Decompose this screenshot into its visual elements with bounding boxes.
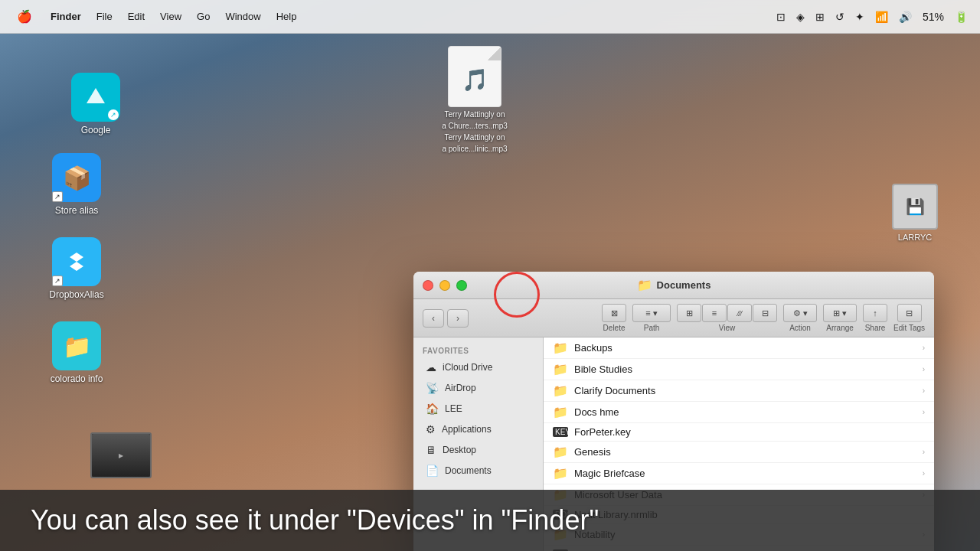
sidebar-item-desktop[interactable]: 🖥 Desktop	[416, 440, 540, 460]
music-file-1[interactable]: 🎵 Terry Mattingly on a Chure...ters..mp3…	[436, 46, 513, 153]
applications-icon: ⚙	[426, 423, 436, 435]
file-arrow: ›	[923, 344, 925, 352]
airdrop-icon: 📡	[426, 382, 439, 394]
apple-menu[interactable]: 🍎	[9, 6, 40, 27]
folder-icon: 📁	[553, 445, 568, 459]
wifi-icon: 📶	[872, 9, 891, 24]
folder-icon: 📁	[553, 466, 568, 481]
view-col-btn[interactable]: ⫻	[727, 304, 752, 322]
thumbnail-icon[interactable]: ▶	[90, 432, 152, 478]
favorites-label: Favorites	[413, 344, 543, 357]
sidebar-documents-label: Documents	[445, 465, 492, 476]
toolbar-section-path: ≡ ▾ Path	[632, 304, 671, 332]
file-row[interactable]: 📁Docs hme›	[544, 402, 934, 423]
arrange-btn[interactable]: ⊞ ▾	[823, 304, 857, 322]
desktop-icon-google[interactable]: ↗ Google	[61, 73, 130, 135]
music-file-icon-1: 🎵	[448, 46, 501, 107]
toolbar-section-view: ⊞ ≡ ⫻ ⊟ View	[677, 304, 777, 332]
menu-finder[interactable]: Finder	[43, 8, 89, 25]
file-row[interactable]: 📁Genesis›	[544, 442, 934, 463]
sidebar-item-applications[interactable]: ⚙ Applications	[416, 419, 540, 439]
store-icon: 📦 ↗	[52, 153, 101, 202]
minimize-button[interactable]	[439, 280, 450, 291]
close-button[interactable]	[423, 280, 433, 291]
colorado-icon: 📁	[52, 321, 101, 370]
desktop-icon-colorado[interactable]: 📁 colorado info	[42, 321, 111, 384]
finder-titlebar: 📁 Documents	[413, 272, 934, 299]
action-btn[interactable]: ⚙ ▾	[783, 304, 817, 322]
dropbox-label: DropboxAlias	[49, 289, 103, 300]
file-row[interactable]: 📁Magic Briefcase›	[544, 463, 934, 484]
sidebar-item-icloud[interactable]: ☁ iCloud Drive	[416, 357, 540, 377]
back-btn[interactable]: ‹	[423, 309, 444, 328]
sidebar-lee-label: LEE	[445, 403, 462, 414]
desktop-icon-dropbox[interactable]: ↗ DropboxAlias	[42, 237, 111, 300]
sidebar-item-airdrop[interactable]: 📡 AirDrop	[416, 378, 540, 398]
file-name: Genesis	[574, 446, 916, 458]
share-btn[interactable]: ↑	[863, 304, 887, 322]
menu-file[interactable]: File	[89, 8, 120, 25]
folder-icon: 📁	[553, 383, 568, 398]
music-label-1: Terry Mattingly on	[445, 110, 505, 119]
delete-label: Delete	[603, 324, 626, 332]
sidebar-desktop-label: Desktop	[443, 445, 476, 455]
colorado-label: colorado info	[51, 373, 103, 384]
arrange-label: Arrange	[826, 324, 854, 332]
volume-icon: 🔊	[896, 9, 915, 24]
window-title-text: Documents	[657, 279, 711, 291]
file-arrow: ›	[923, 365, 925, 373]
bluetooth-icon: ✦	[852, 9, 867, 24]
delete-btn[interactable]: ⊠	[602, 304, 626, 322]
finder-toolbar: ‹ › ⊠ Delete ≡ ▾ Path ⊞ ≡ ⫻ ⊟	[413, 299, 934, 337]
forward-btn[interactable]: ›	[447, 309, 469, 328]
menu-view[interactable]: View	[152, 8, 189, 25]
sidebar-item-lee[interactable]: 🏠 LEE	[416, 399, 540, 419]
larry-label: LARRYC	[898, 233, 932, 242]
larry-drive-box: 💾	[892, 184, 938, 230]
toolbar-section-share: ↑ Share	[863, 304, 887, 332]
toolbar-nav: ‹ ›	[423, 309, 469, 328]
file-arrow: ›	[923, 469, 925, 478]
sidebar-icloud-label: iCloud Drive	[443, 362, 492, 373]
screen-icon: ⊡	[773, 9, 789, 24]
lee-icon: 🏠	[426, 403, 439, 415]
folder-icon: 📁	[553, 405, 568, 419]
sidebar-item-documents[interactable]: 📄 Documents	[416, 461, 540, 481]
maximize-button[interactable]	[456, 280, 467, 291]
sidebar-applications-label: Applications	[442, 424, 492, 435]
action-label: Action	[789, 324, 811, 332]
larry-drive-icon[interactable]: 💾 LARRYC	[892, 184, 938, 242]
music-label-4: a police...linic..mp3	[442, 145, 507, 153]
menu-go[interactable]: Go	[189, 8, 217, 25]
menu-window[interactable]: Window	[217, 8, 268, 25]
subtitle-text: You can also see it under "Devices" in "…	[31, 504, 599, 536]
edit-tags-btn[interactable]: ⊟	[897, 304, 922, 322]
view-cover-btn[interactable]: ⊟	[753, 304, 777, 322]
window-title: 📁 Documents	[637, 278, 711, 292]
path-label: Path	[644, 324, 660, 332]
desktop-icon-store[interactable]: 📦 ↗ Store alias	[42, 153, 111, 216]
google-icon: ↗	[71, 73, 120, 122]
file-row[interactable]: 📁Bible Studies›	[544, 359, 934, 380]
desktop-icon-sidebar: 🖥	[426, 444, 436, 456]
toolbar-section-arrange: ⊞ ▾ Arrange	[823, 304, 857, 332]
file-row[interactable]: KEYForPeter.key	[544, 423, 934, 442]
file-row[interactable]: 📁Backups›	[544, 337, 934, 359]
file-row[interactable]: 📁Clarify Documents›	[544, 380, 934, 402]
toolbar-section-edit-tags: ⊟ Edit Tags	[893, 304, 925, 332]
sidebar-airdrop-label: AirDrop	[445, 383, 476, 393]
folder-icon: 📁	[553, 362, 568, 377]
file-arrow: ›	[923, 386, 925, 395]
menu-help[interactable]: Help	[269, 8, 305, 25]
view-icon-btn[interactable]: ⊞	[677, 304, 701, 322]
music-label-3: Terry Mattingly on	[445, 133, 505, 142]
file-arrow: ›	[923, 408, 925, 416]
documents-icon: 📄	[426, 465, 439, 477]
icloud-icon: ☁	[426, 361, 436, 373]
view-list-btn[interactable]: ≡	[702, 304, 727, 322]
path-btn[interactable]: ≡ ▾	[632, 304, 671, 322]
menubar: 🍎 Finder File Edit View Go Window Help ⊡…	[0, 0, 980, 34]
store-label: Store alias	[55, 205, 99, 216]
share-label: Share	[865, 324, 886, 332]
menu-edit[interactable]: Edit	[120, 8, 152, 25]
